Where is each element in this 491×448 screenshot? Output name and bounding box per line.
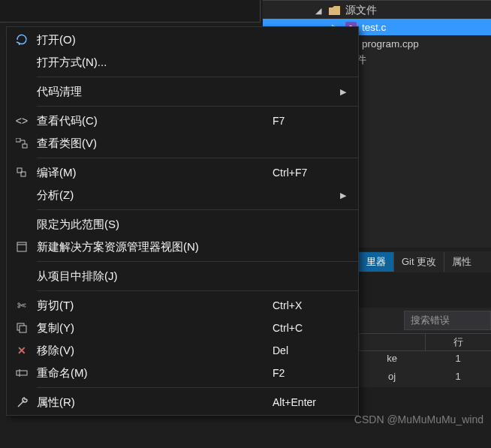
separator — [37, 209, 358, 210]
wrench-icon — [7, 397, 37, 408]
menu-label: 查看类图(V) — [37, 137, 273, 151]
tab-git-changes[interactable]: Git 更改 — [393, 252, 444, 272]
menu-label: 打开方式(N)... — [37, 56, 273, 70]
tab-properties[interactable]: 属性 — [444, 252, 479, 272]
tree-label: program.cpp — [362, 38, 419, 50]
menu-exclude-from-project[interactable]: 从项目中排除(J) — [7, 265, 358, 287]
open-icon — [7, 34, 37, 46]
compile-icon — [7, 167, 37, 179]
menu-label: 重命名(M) — [37, 366, 273, 380]
menu-copy[interactable]: 复制(Y) Ctrl+C — [7, 317, 358, 339]
menu-view-class-diagram[interactable]: 查看类图(V) — [7, 132, 358, 155]
menu-code-cleanup[interactable]: 代码清理 ▶ — [7, 80, 358, 103]
tree-label: test.c — [362, 22, 386, 33]
search-error-input[interactable]: 搜索错误 — [404, 311, 491, 330]
menu-open-with[interactable]: 打开方式(N)... — [7, 51, 358, 74]
menu-rename[interactable]: 重命名(M) F2 — [7, 362, 358, 384]
separator — [37, 387, 358, 388]
menu-label: 移除(V) — [37, 344, 273, 358]
panel-tabs: 里器 Git 更改 属性 — [359, 251, 491, 272]
copy-icon — [7, 323, 37, 333]
shortcut: Ctrl+C — [273, 322, 340, 334]
menu-cut[interactable]: ✄ 剪切(T) Ctrl+X — [7, 294, 358, 317]
folder-icon — [327, 5, 341, 17]
tab-active-fragment[interactable]: 里器 — [359, 252, 393, 272]
menu-label: 代码清理 — [37, 85, 273, 99]
menu-view-code[interactable]: <> 查看代码(C) F7 — [7, 110, 358, 132]
new-view-icon — [7, 242, 37, 252]
svg-rect-0 — [16, 138, 20, 142]
class-diagram-icon — [7, 138, 37, 149]
menu-label: 限定为此范围(S) — [37, 218, 273, 232]
chevron-down-icon: ◢ — [315, 6, 327, 16]
separator — [37, 290, 358, 291]
chevron-right-icon: ▶ — [340, 191, 349, 200]
shortcut: Ctrl+X — [273, 299, 340, 311]
error-list-panel: 搜索错误 行 ke 1 oj 1 — [359, 308, 491, 387]
shortcut: F7 — [273, 115, 340, 127]
svg-rect-1 — [23, 144, 27, 148]
svg-rect-4 — [17, 242, 26, 251]
menu-properties[interactable]: 属性(R) Alt+Enter — [7, 391, 358, 413]
cell-line: 1 — [425, 351, 491, 369]
menu-label: 剪切(T) — [37, 299, 273, 313]
cut-icon: ✄ — [7, 299, 37, 311]
watermark: CSDN @MuMuMuMu_wind — [354, 413, 483, 425]
tree-folder-source[interactable]: ◢ 源文件 — [263, 2, 491, 19]
menu-label: 编译(M) — [37, 166, 273, 180]
separator — [37, 77, 358, 77]
menu-compile[interactable]: 编译(M) Ctrl+F7 — [7, 161, 358, 184]
cell-ext: oj — [359, 369, 425, 387]
shortcut: Del — [273, 344, 340, 356]
svg-rect-8 — [17, 371, 27, 375]
editor-area — [0, 0, 261, 23]
menu-label: 复制(Y) — [37, 321, 273, 335]
menu-label: 属性(R) — [37, 395, 273, 410]
shortcut: Ctrl+F7 — [273, 167, 340, 179]
chevron-right-icon: ▶ — [340, 87, 349, 97]
cell-line: 1 — [425, 369, 491, 387]
separator — [37, 158, 358, 158]
menu-open[interactable]: 打开(O) — [7, 29, 358, 51]
shortcut: F2 — [273, 367, 340, 379]
menu-label: 打开(O) — [37, 33, 273, 47]
menu-analyze[interactable]: 分析(Z) ▶ — [7, 184, 358, 206]
delete-icon: ✕ — [7, 344, 37, 356]
table-row[interactable]: oj 1 — [359, 369, 491, 387]
menu-scope-to-this[interactable]: 限定为此范围(S) — [7, 213, 358, 236]
separator — [37, 261, 358, 262]
tree-label: 源文件 — [345, 4, 377, 17]
separator — [37, 106, 358, 107]
col-blank — [359, 334, 425, 350]
menu-label: 分析(Z) — [37, 188, 273, 203]
svg-rect-7 — [20, 326, 26, 332]
placeholder-text: 搜索错误 — [411, 314, 450, 327]
cell-ext: ke — [359, 351, 425, 369]
context-menu: 打开(O) 打开方式(N)... 代码清理 ▶ <> 查看代码(C) F7 查看… — [6, 26, 359, 416]
menu-label: 新建解决方案资源管理器视图(N) — [37, 240, 273, 254]
menu-label: 从项目中排除(J) — [37, 269, 273, 284]
table-row[interactable]: ke 1 — [359, 351, 491, 369]
error-columns: 行 — [359, 333, 491, 351]
code-icon: <> — [7, 115, 37, 127]
menu-new-solution-view[interactable]: 新建解决方案资源管理器视图(N) — [7, 236, 358, 258]
menu-remove[interactable]: ✕ 移除(V) Del — [7, 339, 358, 362]
shortcut: Alt+Enter — [273, 396, 340, 408]
menu-label: 查看代码(C) — [37, 114, 273, 128]
col-line-header: 行 — [425, 334, 491, 350]
rename-icon — [7, 368, 37, 377]
